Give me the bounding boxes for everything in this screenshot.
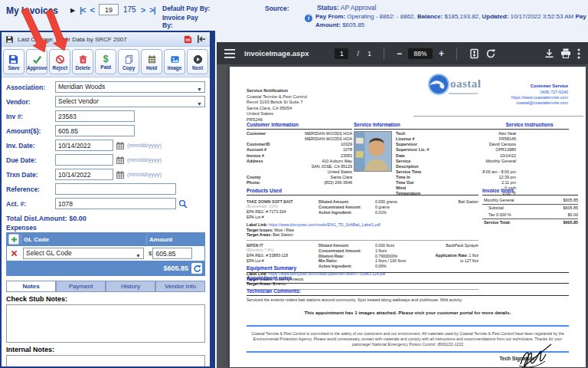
association-select[interactable]: Meridian Woods▼ <box>55 81 205 93</box>
page-separator: / <box>357 50 359 58</box>
amount-input[interactable] <box>55 125 135 136</box>
gl-code-header: GL Code <box>21 235 146 245</box>
service-info-labels: Tech License # Supervisor Supervisor Lic… <box>396 131 456 196</box>
expenses-header-row: GL Code Amount <box>7 233 204 245</box>
download-icon[interactable] <box>544 48 554 58</box>
print-icon[interactable] <box>560 48 571 58</box>
pay-from-value: Operating - 8862: - 8862, <box>347 13 415 20</box>
service-info-values: Alex Neal FR58145 David Campos OPR13980 … <box>456 131 516 196</box>
page-number-input[interactable] <box>99 4 119 15</box>
appointment-notes-heading: Appointment notes <box>247 275 569 283</box>
zoom-out-button[interactable]: − <box>397 50 402 58</box>
calendar-icon[interactable] <box>116 141 125 150</box>
approve-button[interactable]: Approve <box>26 49 47 74</box>
refresh-icon <box>193 264 201 273</box>
trxn-date-input[interactable] <box>55 169 113 180</box>
trxn-date-label: Trxn Date: <box>6 171 55 179</box>
invoice-pager: |< < 175 > >| <box>80 4 155 15</box>
act-number-label: Act. #: <box>6 200 55 208</box>
service-instructions-section: Service Instructions <box>490 122 569 131</box>
amount-label: Amount($): <box>6 127 55 135</box>
title-caret-icon[interactable]: ▶ <box>70 7 75 14</box>
copy-button[interactable]: Copy <box>118 49 139 74</box>
inv-number-input[interactable] <box>55 110 135 122</box>
info-icon: i <box>305 15 312 22</box>
technician-comments-heading: Technician Comments: <box>247 288 569 296</box>
reference-label: Reference: <box>6 186 55 193</box>
service-notification-title: Service Notification <box>247 88 307 94</box>
header-divider <box>413 116 583 117</box>
invoice-items-section: Invoice Items Monthly General$605.85 Sub… <box>482 188 578 227</box>
search-icon[interactable] <box>178 199 188 209</box>
toolbar: Save Approve Reject Delete $ Paid Copy H… <box>2 47 210 77</box>
calendar-icon[interactable] <box>116 156 125 165</box>
pdf-page-input[interactable]: 1 <box>335 48 348 59</box>
chevron-down-icon: ▼ <box>197 84 202 94</box>
service-information-section: Service Information Tech License # Super… <box>354 122 516 196</box>
check-stub-notes-textarea[interactable] <box>6 304 205 343</box>
invoice-item-row: Tax 0.000 %$0.00 <box>482 212 578 219</box>
check-icon <box>32 54 42 64</box>
label-link[interactable]: https://www.domyown.com/msds/ENG_TD_Soft… <box>269 222 381 227</box>
gl-code-row: Select GL Code▼ $ <box>7 245 204 261</box>
first-page-button[interactable]: |< <box>80 5 86 15</box>
hold-button[interactable]: Hold <box>141 49 162 74</box>
gl-amount-input[interactable] <box>152 248 192 259</box>
next-arrow-icon <box>193 54 203 64</box>
tab-vendor-info[interactable]: Vendor Info <box>155 281 205 291</box>
next-button[interactable]: Next <box>187 49 208 74</box>
updated-value: 10/17/2022 3:52:53 AM <box>510 13 573 20</box>
gl-code-select[interactable]: Select GL Code▼ <box>23 248 144 259</box>
page-total: 175 <box>123 5 136 14</box>
refresh-total-button[interactable] <box>191 263 202 274</box>
reject-button[interactable]: Reject <box>49 49 70 74</box>
collapse-panel-icon[interactable] <box>197 35 206 43</box>
zoom-in-button[interactable]: + <box>439 50 444 58</box>
copy-icon <box>124 54 134 64</box>
vendor-select[interactable]: Select Vendor▼ <box>55 96 205 107</box>
trash-icon <box>78 54 88 64</box>
calendar-icon[interactable] <box>116 170 125 179</box>
rotate-icon[interactable] <box>485 48 496 59</box>
last-page-button[interactable]: >| <box>149 5 155 15</box>
reference-input[interactable] <box>55 183 176 195</box>
image-button[interactable]: Image <box>164 49 185 74</box>
check-stub-notes-label: Check Stub Notes: <box>2 292 210 304</box>
tab-notes[interactable]: Notes <box>6 281 56 291</box>
tab-history[interactable]: History <box>106 281 155 291</box>
save-button[interactable]: Save <box>3 49 24 74</box>
expenses-total: $605.85 <box>163 264 188 272</box>
add-gl-row-button[interactable] <box>8 234 19 245</box>
expenses-footer-row: $605.85 <box>7 261 204 275</box>
due-date-input[interactable] <box>55 154 113 166</box>
customer-service-block: Customer Service (408) 727-6240 https://… <box>459 84 568 106</box>
customer-service-contacts[interactable]: (408) 727-6240 https://www.coastaltermit… <box>459 90 568 106</box>
fit-page-icon[interactable] <box>469 48 479 59</box>
pdf-badge-icon[interactable] <box>184 35 192 44</box>
pay-from-label: Pay From: <box>315 13 345 20</box>
more-options-icon[interactable] <box>577 48 580 59</box>
act-number-input[interactable] <box>55 198 176 209</box>
inv-date-label: Inv. Date: <box>6 142 55 150</box>
delete-row-button[interactable] <box>7 249 21 258</box>
tech-signature-scribble <box>513 343 557 368</box>
prev-page-button[interactable]: < <box>90 5 94 15</box>
invoice-page: Service Notification Coastal Termite & P… <box>230 67 586 367</box>
delete-button[interactable]: Delete <box>72 49 93 74</box>
invoice-entry-panel: Last Change: Enter Data by SRCF 2007 Sav… <box>0 31 215 368</box>
internal-notes-textarea[interactable] <box>6 355 205 368</box>
tab-payment[interactable]: Payment <box>56 281 106 291</box>
zoom-level[interactable]: 88% <box>408 48 433 59</box>
balance-value: $185,193.82, <box>445 13 481 20</box>
next-page-button[interactable]: > <box>141 5 145 15</box>
menu-icon[interactable] <box>224 49 235 58</box>
total-dist-amount: Total Dist.Amount: $0.00 <box>2 212 210 222</box>
last-change-text: Last Change: Enter Data by SRCF 2007 <box>18 36 184 43</box>
dollar-icon: $ <box>103 54 109 64</box>
inv-date-input[interactable] <box>55 140 113 151</box>
plus-icon <box>10 235 18 244</box>
paid-button[interactable]: $ Paid <box>95 49 116 74</box>
customer-information-heading: Customer Information <box>247 122 352 130</box>
pdf-action-icons <box>544 48 580 59</box>
equipment-summary-heading: Equipment Summary <box>247 265 569 273</box>
